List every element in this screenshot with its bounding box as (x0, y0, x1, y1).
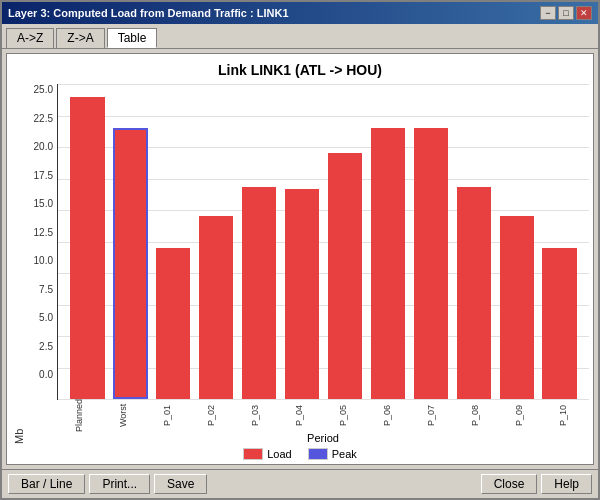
tab-a-to-z[interactable]: A->Z (6, 28, 54, 48)
x-label: P_07 (409, 400, 453, 430)
y-tick: 12.5 (25, 227, 53, 238)
legend-item: Peak (308, 448, 357, 460)
main-window: Layer 3: Computed Load from Demand Traff… (0, 0, 600, 500)
bottom-left-button[interactable]: Save (154, 474, 207, 494)
tab-z-to-a[interactable]: Z->A (56, 28, 104, 48)
peak-bar (113, 128, 147, 399)
load-bar (542, 248, 576, 399)
load-bar (371, 128, 405, 399)
load-bar (500, 216, 534, 399)
bar-group (281, 84, 324, 399)
bar-group (452, 84, 495, 399)
x-label: P_08 (453, 400, 497, 430)
legend-label: Load (267, 448, 291, 460)
chart-title: Link LINK1 (ATL -> HOU) (218, 62, 382, 78)
maximize-button[interactable]: □ (558, 6, 574, 20)
y-tick: 2.5 (25, 341, 53, 352)
legend-item: Load (243, 448, 291, 460)
x-labels: PlannedWorstP_01P_02P_03P_04P_05P_06P_07… (25, 400, 589, 430)
load-bar (199, 216, 233, 399)
load-bar (156, 248, 190, 399)
x-label: P_04 (277, 400, 321, 430)
bottom-right-button[interactable]: Help (541, 474, 592, 494)
x-label: P_02 (189, 400, 233, 430)
bar-group (495, 84, 538, 399)
bottom-bar: Bar / LinePrint...Save CloseHelp (2, 469, 598, 498)
y-axis: 0.02.55.07.510.012.515.017.520.022.525.0 (25, 84, 57, 400)
x-label: P_09 (497, 400, 541, 430)
bar-group (195, 84, 238, 399)
bar-group (238, 84, 281, 399)
y-tick: 10.0 (25, 255, 53, 266)
title-bar: Layer 3: Computed Load from Demand Traff… (2, 2, 598, 24)
load-bar (70, 97, 104, 399)
bottom-left-button[interactable]: Bar / Line (8, 474, 85, 494)
bottom-left-button[interactable]: Print... (89, 474, 150, 494)
x-label: P_05 (321, 400, 365, 430)
load-bar (457, 187, 491, 399)
tab-table[interactable]: Table (107, 28, 158, 48)
x-label: Worst (101, 400, 145, 430)
tab-bar: A->Z Z->A Table (2, 24, 598, 49)
x-label: Planned (57, 400, 101, 430)
load-bar (414, 128, 448, 399)
bar-group (109, 84, 152, 399)
window-title: Layer 3: Computed Load from Demand Traff… (8, 7, 289, 19)
chart-inner: 0.02.55.07.510.012.515.017.520.022.525.0… (25, 84, 589, 444)
y-tick: 22.5 (25, 113, 53, 124)
y-tick: 15.0 (25, 198, 53, 209)
x-label: P_06 (365, 400, 409, 430)
x-label: P_10 (541, 400, 585, 430)
y-axis-label: Mb (11, 84, 25, 444)
load-bar (328, 153, 362, 399)
y-tick: 0.0 (25, 369, 53, 380)
legend-label: Peak (332, 448, 357, 460)
bars-area (57, 84, 589, 400)
x-label: P_03 (233, 400, 277, 430)
y-tick: 7.5 (25, 284, 53, 295)
minimize-button[interactable]: − (540, 6, 556, 20)
bar-group (152, 84, 195, 399)
bar-group (409, 84, 452, 399)
bar-group (324, 84, 367, 399)
title-bar-controls: − □ ✕ (540, 6, 592, 20)
x-axis-title: Period (25, 432, 589, 444)
y-tick: 5.0 (25, 312, 53, 323)
plot-area: 0.02.55.07.510.012.515.017.520.022.525.0 (25, 84, 589, 400)
bottom-left-buttons: Bar / LinePrint...Save (8, 474, 207, 494)
legend-color-box (308, 448, 328, 460)
y-tick: 25.0 (25, 84, 53, 95)
bar-group (538, 84, 581, 399)
bottom-right-buttons: CloseHelp (481, 474, 592, 494)
legend-color-box (243, 448, 263, 460)
y-tick: 17.5 (25, 170, 53, 181)
close-button[interactable]: ✕ (576, 6, 592, 20)
chart-container: Mb 0.02.55.07.510.012.515.017.520.022.52… (11, 84, 589, 444)
load-bar (242, 187, 276, 399)
bottom-right-button[interactable]: Close (481, 474, 538, 494)
chart-area: Link LINK1 (ATL -> HOU) Mb 0.02.55.07.51… (6, 53, 594, 465)
x-label: P_01 (145, 400, 189, 430)
load-bar (285, 189, 319, 399)
bar-group (366, 84, 409, 399)
legend: LoadPeak (243, 448, 357, 460)
y-tick: 20.0 (25, 141, 53, 152)
bar-group (66, 84, 109, 399)
